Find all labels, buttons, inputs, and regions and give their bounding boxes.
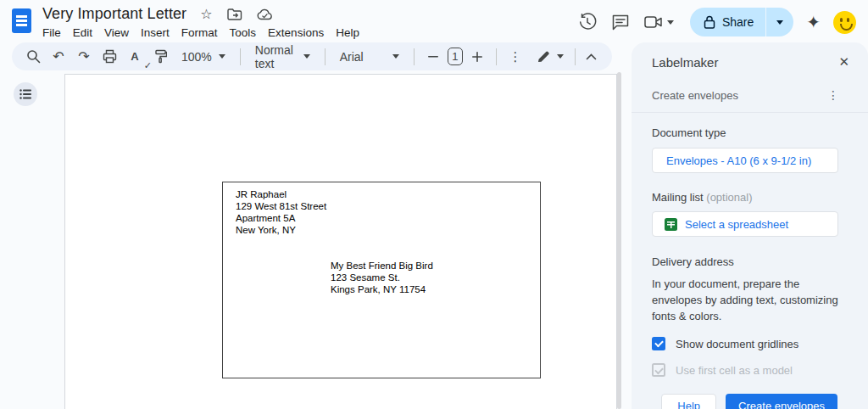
show-gridlines-checkbox[interactable] xyxy=(652,337,665,350)
star-icon[interactable]: ☆ xyxy=(200,8,212,21)
toolbar-divider xyxy=(575,48,576,65)
show-gridlines-row: Show document gridlines xyxy=(652,337,837,350)
menu-format[interactable]: Format xyxy=(175,25,224,41)
create-envelopes-button[interactable]: Create envelopes xyxy=(726,394,837,409)
delivery-address-line: Kings Park, NY 11754 xyxy=(331,283,433,295)
help-button[interactable]: Help xyxy=(661,394,716,409)
share-button-label: Share xyxy=(722,15,754,29)
document-canvas: JR Raphael 129 West 81st Street Apartmen… xyxy=(0,72,626,409)
more-options-icon[interactable]: ⋮ xyxy=(504,46,526,68)
share-dropdown-button[interactable] xyxy=(766,8,793,36)
menu-tools[interactable]: Tools xyxy=(224,25,263,41)
share-button-group: Share xyxy=(690,8,793,36)
chevron-down-icon xyxy=(219,54,225,59)
return-address-line: New York, NY xyxy=(236,224,326,236)
editing-mode-select[interactable] xyxy=(530,46,570,68)
pen-icon xyxy=(537,50,550,64)
styles-value: Normal text xyxy=(255,43,297,70)
return-address-block[interactable]: JR Raphael 129 West 81st Street Apartmen… xyxy=(236,188,326,236)
move-folder-icon[interactable] xyxy=(227,8,242,20)
chevron-down-icon xyxy=(557,54,564,59)
create-envelopes-section-title: Create envelopes xyxy=(652,89,738,102)
app-window: Very Important Letter ☆ xyxy=(0,0,868,409)
decrease-font-size-button[interactable] xyxy=(422,46,444,68)
version-history-icon[interactable] xyxy=(577,12,598,32)
delivery-address-block[interactable]: My Best Friend Big Bird 123 Sesame St. K… xyxy=(331,260,433,295)
toolbar-divider xyxy=(414,48,415,65)
return-address-line: Apartment 5A xyxy=(236,212,326,224)
toolbar-divider xyxy=(325,48,326,65)
menu-file[interactable]: File xyxy=(36,25,67,41)
share-divider xyxy=(765,8,766,36)
undo-button[interactable]: ↶ xyxy=(47,46,70,68)
menu-edit[interactable]: Edit xyxy=(67,25,98,41)
menu-bar: File Edit View Insert Format Tools Exten… xyxy=(36,25,365,41)
vertical-scrollbar[interactable] xyxy=(617,72,621,409)
font-value: Arial xyxy=(340,50,364,64)
menu-help[interactable]: Help xyxy=(330,25,365,41)
google-docs-logo-icon[interactable] xyxy=(12,8,31,33)
first-cell-model-label: Use first cell as a model xyxy=(676,364,793,377)
spellcheck-checkmark: ✓ xyxy=(144,60,152,71)
styles-select[interactable]: Normal text xyxy=(248,46,317,68)
chevron-down-icon xyxy=(667,20,674,25)
return-address-line: JR Raphael xyxy=(236,188,326,200)
mailing-list-label-row: Mailing list (optional) xyxy=(652,191,837,204)
document-type-label: Document type xyxy=(652,126,837,139)
chevron-down-icon xyxy=(776,20,783,25)
paint-format-icon[interactable] xyxy=(149,46,171,68)
labelmaker-sidebar: Labelmaker ✕ Create envelopes ⋮ Document… xyxy=(632,42,868,409)
menu-insert[interactable]: Insert xyxy=(135,25,175,41)
header: Very Important Letter ☆ xyxy=(0,0,868,41)
video-camera-icon xyxy=(643,12,664,32)
cloud-status-icon[interactable] xyxy=(257,8,273,20)
menu-view[interactable]: View xyxy=(98,25,135,41)
sidebar-title: Labelmaker xyxy=(652,55,718,70)
redo-button[interactable]: ↷ xyxy=(73,46,95,68)
mailing-list-label: Mailing list xyxy=(652,191,704,204)
toolbar-divider xyxy=(496,48,497,65)
document-type-select[interactable]: Envelopes - A10 (6 x 9-1/2 in) xyxy=(652,148,838,173)
zoom-value: 100% xyxy=(181,50,212,64)
menu-extensions[interactable]: Extensions xyxy=(262,25,330,41)
meet-video-call-button[interactable] xyxy=(643,12,674,32)
mailing-list-optional-label: (optional) xyxy=(706,191,752,204)
chevron-down-icon xyxy=(303,54,310,59)
toolbar-divider xyxy=(240,48,241,65)
google-sheets-icon xyxy=(665,218,677,231)
delivery-address-line: 123 Sesame St. xyxy=(331,272,433,283)
first-cell-model-row: Use first cell as a model xyxy=(652,363,837,377)
toolbar: ↶ ↷ A ✓ 100% Normal text xyxy=(12,42,612,70)
document-title[interactable]: Very Important Letter xyxy=(42,5,186,23)
create-envelopes-section-header: Create envelopes ⋮ xyxy=(632,80,868,113)
account-avatar[interactable] xyxy=(833,11,856,34)
document-type-value: Envelopes - A10 (6 x 9-1/2 in) xyxy=(666,154,811,167)
envelope-table[interactable]: JR Raphael 129 West 81st Street Apartmen… xyxy=(222,182,541,378)
print-icon[interactable] xyxy=(98,46,120,68)
increase-font-size-button[interactable] xyxy=(466,46,488,68)
gemini-sparkle-icon[interactable]: ✦ xyxy=(806,14,821,31)
hide-menus-chevron-up-icon[interactable] xyxy=(580,46,602,68)
share-button[interactable]: Share xyxy=(690,8,765,36)
document-outline-button[interactable] xyxy=(14,82,37,106)
close-icon[interactable]: ✕ xyxy=(838,54,849,70)
first-cell-model-checkbox xyxy=(652,363,665,377)
spellcheck-button[interactable]: A ✓ xyxy=(124,46,146,68)
chevron-down-icon xyxy=(392,54,399,59)
delivery-address-line: My Best Friend Big Bird xyxy=(331,260,433,272)
delivery-address-description: In your document, prepare the envelopes … xyxy=(652,276,850,324)
comments-icon[interactable] xyxy=(610,12,631,32)
lock-icon xyxy=(704,15,715,29)
spellcheck-letter: A xyxy=(131,50,138,63)
section-more-options-icon[interactable]: ⋮ xyxy=(827,88,839,102)
font-size-input[interactable]: 1 xyxy=(448,48,463,65)
document-page[interactable]: JR Raphael 129 West 81st Street Apartmen… xyxy=(64,74,617,409)
select-spreadsheet-button[interactable]: Select a spreadsheet xyxy=(652,211,838,237)
select-spreadsheet-label: Select a spreadsheet xyxy=(685,218,788,231)
zoom-select[interactable]: 100% xyxy=(175,46,232,68)
return-address-line: 129 West 81st Street xyxy=(236,200,326,212)
delivery-address-label: Delivery address xyxy=(652,255,837,268)
search-icon[interactable] xyxy=(22,46,44,68)
show-gridlines-label: Show document gridlines xyxy=(676,338,798,350)
font-select[interactable]: Arial xyxy=(333,46,406,68)
